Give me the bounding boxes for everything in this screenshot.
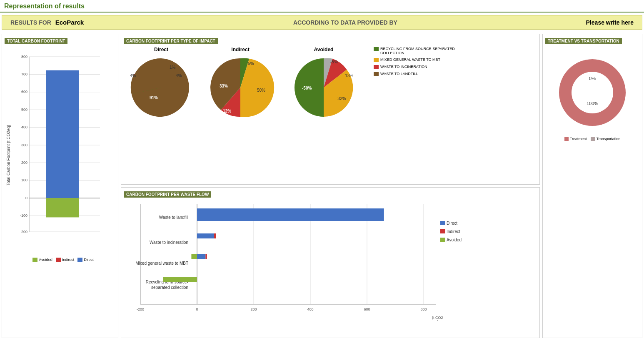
hbar-label-mbt: Mixed general waste to MBT xyxy=(135,261,188,266)
hbar-label-landfill: Waste to landfill xyxy=(159,215,188,220)
according-label: ACCORDING TO DATA PROVIDED BY xyxy=(293,19,397,26)
carbon-footprint-waste-flow-chart: CARBON FOOTPRINT PER WASTE FLOW xyxy=(121,187,540,338)
legend-direct: Direct xyxy=(77,258,94,262)
avoided-label-32: -32% xyxy=(336,96,346,101)
mid-column: CARBON FOOTPRINT PER TYPE OF IMPACT Dire… xyxy=(121,34,540,338)
direct-label-4: 91% xyxy=(150,95,158,100)
avoided-pie-label: Avoided xyxy=(314,47,334,53)
indirect-label-5: 5% xyxy=(248,61,254,66)
bar-chart-svg: 800 700 600 500 400 300 200 100 0 -100 -… xyxy=(12,48,104,256)
indirect-pie-label: Indirect xyxy=(231,47,249,53)
hbar-x-unit: (t CO2 xyxy=(432,316,443,320)
legend-avoided-color xyxy=(32,258,37,262)
legend-incineration: WASTE TO INCINERATION xyxy=(374,65,455,69)
svg-text:700: 700 xyxy=(21,72,27,76)
bar-chart-container: Total Carbon Footprint (t CO2eq) xyxy=(5,47,115,263)
legend-avoided-label: Avoided xyxy=(39,258,52,262)
hbar-landfill-direct xyxy=(197,208,384,221)
svg-text:-200: -200 xyxy=(20,230,27,234)
legend-recycling-color xyxy=(374,47,379,51)
legend-indirect-color xyxy=(56,258,61,262)
results-header: RESULTS FOR EcoParck ACCORDING TO DATA P… xyxy=(2,15,642,30)
legend-treatment-label: Treatment xyxy=(570,137,587,141)
legend-recycling-label: RECYCLING FROM SOURCE-SEPARATEDCOLLECTIO… xyxy=(380,47,455,55)
hbar-incin-indirect xyxy=(214,233,216,238)
legend-incineration-color xyxy=(374,65,379,69)
hbar-legend-indirect-text: Indirect xyxy=(447,229,460,234)
bar-direct xyxy=(46,70,79,198)
pie-type-legend: RECYCLING FROM SOURCE-SEPARATEDCOLLECTIO… xyxy=(374,47,455,78)
direct-pie-label: Direct xyxy=(154,47,168,53)
hbar-mbt-indirect xyxy=(205,254,207,259)
svg-text:0: 0 xyxy=(196,307,198,311)
legend-incineration-label: WASTE TO INCINERATION xyxy=(380,65,427,69)
legend-indirect-label: Indirect xyxy=(62,258,75,262)
pie-charts-container: Direct xyxy=(124,47,537,121)
legend-recycling: RECYCLING FROM SOURCE-SEPARATEDCOLLECTIO… xyxy=(374,47,455,55)
hbar-chart-svg: -200 0 200 400 600 800 Waste to landfill… xyxy=(124,200,499,321)
donut-legend: Treatment Transportation xyxy=(564,137,620,141)
carbon-footprint-waste-flow-title: CARBON FOOTPRINT PER WASTE FLOW xyxy=(124,191,211,198)
left-column: TOTAL CARBON FOOTPRINT Total Carbon Foot… xyxy=(2,34,118,338)
svg-text:0: 0 xyxy=(25,196,27,200)
svg-text:400: 400 xyxy=(21,125,27,129)
right-column: TREATMENT VS TRANSPORTATION 0% 100% xyxy=(542,34,642,338)
legend-mbt-label: MIXED GENERAL WASTE TO MBT xyxy=(380,58,440,62)
svg-text:800: 800 xyxy=(21,55,27,59)
legend-avoided: Avoided xyxy=(32,258,52,262)
legend-direct-color xyxy=(77,258,82,262)
svg-text:600: 600 xyxy=(21,90,27,94)
svg-text:100: 100 xyxy=(21,178,27,182)
indirect-label-33: 33% xyxy=(220,84,228,88)
donut-label-100: 100% xyxy=(587,101,598,106)
bar-avoided xyxy=(46,198,79,217)
direct-label-2: 4% xyxy=(176,73,182,78)
legend-indirect: Indirect xyxy=(56,258,75,262)
according-value: Please write here xyxy=(586,19,634,26)
legend-treatment: Treatment xyxy=(564,137,587,141)
avoided-label-5: -5% xyxy=(330,60,338,64)
svg-text:500: 500 xyxy=(21,108,27,112)
hbar-recycling-avoided xyxy=(163,277,197,282)
bar-chart-inner: 800 700 600 500 400 300 200 100 0 -100 -… xyxy=(12,48,114,262)
donut-label-0: 0% xyxy=(589,76,596,81)
hbar-legend-avoided-text: Avoided xyxy=(447,238,462,242)
svg-text:200: 200 xyxy=(250,307,257,311)
svg-text:-200: -200 xyxy=(137,307,144,311)
legend-transportation: Transportation xyxy=(591,137,620,141)
svg-text:600: 600 xyxy=(364,307,370,311)
avoided-label-13: -13% xyxy=(344,73,353,78)
legend-mbt-color xyxy=(374,58,379,62)
hbar-legend-indirect-color xyxy=(440,229,445,233)
hbar-incin-direct xyxy=(197,233,214,238)
hbar-chart-wrapper: -200 0 200 400 600 800 Waste to landfill… xyxy=(124,200,537,321)
y-axis-label: Total Carbon Footprint (t CO2eq) xyxy=(6,48,11,262)
results-for-value: EcoParck xyxy=(55,19,84,26)
legend-mbt: MIXED GENERAL WASTE TO MBT xyxy=(374,58,455,62)
legend-treatment-color xyxy=(564,137,569,141)
hbar-label-recycling-2: separated collection xyxy=(151,285,188,290)
direct-pie-svg: 1% 4% 4% 91% xyxy=(124,54,199,121)
treatment-transportation-title: TREATMENT VS TRANSPORTATION xyxy=(545,38,622,44)
total-carbon-footprint-title: TOTAL CARBON FOOTPRINT xyxy=(5,38,67,44)
legend-landfill-color xyxy=(374,72,379,76)
main-content: TOTAL CARBON FOOTPRINT Total Carbon Foot… xyxy=(0,32,644,340)
svg-text:200: 200 xyxy=(21,160,27,165)
indirect-pie-group: Indirect xyxy=(203,47,278,121)
avoided-pie-svg: -5% -13% -32% -50% xyxy=(282,54,365,121)
legend-landfill: WASTE TO LANDFILL xyxy=(374,72,455,76)
bar-legend: Avoided Indirect Direct xyxy=(12,258,114,262)
hbar-mbt-direct xyxy=(197,254,205,259)
hbar-legend-direct-color xyxy=(440,221,445,225)
treatment-transportation-chart: TREATMENT VS TRANSPORTATION 0% 100% xyxy=(542,34,642,338)
legend-transportation-label: Transportation xyxy=(596,137,620,141)
legend-landfill-label: WASTE TO LANDFILL xyxy=(380,72,418,76)
donut-svg: 0% 100% xyxy=(551,51,634,134)
direct-label-1: 1% xyxy=(170,65,176,70)
hbar-x-unit2: eq.) xyxy=(432,320,439,321)
indirect-label-50: 50% xyxy=(257,88,265,93)
page-title: Representation of results xyxy=(0,0,644,13)
svg-text:400: 400 xyxy=(307,307,313,311)
indirect-pie-svg: 5% 50% 12% 33% xyxy=(203,54,278,121)
legend-direct-label: Direct xyxy=(84,258,94,262)
